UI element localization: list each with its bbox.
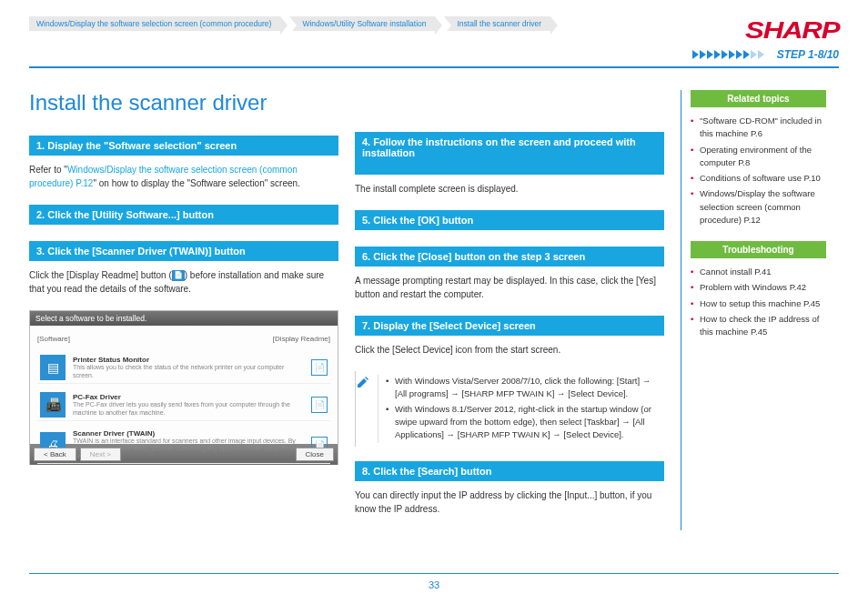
readme-icon: 📄	[172, 270, 185, 281]
step-3-header: 3. Click the [Scanner Driver (TWAIN)] bu…	[29, 241, 338, 261]
breadcrumb-item[interactable]: Install the scanner driver	[444, 16, 550, 31]
page-number: 33	[0, 579, 868, 590]
related-link[interactable]: Conditions of software use P.10	[691, 172, 826, 185]
related-topics-list: "Software CD-ROM" included in this machi…	[691, 115, 826, 226]
progress-indicator	[692, 50, 764, 59]
header-rule	[29, 66, 839, 68]
trouble-link[interactable]: Cannot install P.41	[691, 266, 826, 278]
ss-readme-label: [Display Readme]	[273, 335, 330, 343]
related-link[interactable]: Operating environment of the computer P.…	[691, 144, 826, 170]
breadcrumb-bar: Windows/Display the software selection s…	[29, 16, 560, 33]
fax-icon: 📠	[40, 392, 66, 418]
step-4-text: The install complete screen is displayed…	[355, 182, 664, 196]
step-1-text: Refer to "Windows/Display the software s…	[29, 163, 338, 190]
step-4-header: 4. Follow the instructions on the screen…	[355, 132, 664, 175]
step-8-text: You can directly input the IP address by…	[355, 488, 664, 516]
step-label: STEP 1-8/10	[777, 48, 839, 61]
troubleshooting-header: Troubleshooting	[691, 241, 826, 258]
step-1-header: 1. Display the "Software selection" scre…	[29, 136, 338, 156]
trouble-link[interactable]: How to check the IP address of this mach…	[691, 313, 826, 339]
footer-rule	[29, 573, 839, 574]
trouble-link[interactable]: How to setup this machine P.45	[691, 297, 826, 310]
printer-monitor-icon: ▤	[40, 355, 66, 380]
ss-next-button: Next >	[80, 448, 121, 461]
readme-icon[interactable]: 📄	[311, 397, 328, 413]
troubleshooting-list: Cannot install P.41 Problem with Windows…	[691, 266, 826, 338]
step-6-text: A message prompting restart may be displ…	[355, 274, 664, 301]
step-6-header: 6. Click the [Close] button on the step …	[355, 247, 664, 267]
sharp-logo: SHARP	[662, 16, 839, 45]
step-7-note: With Windows Vista/Server 2008/7/10, cli…	[355, 371, 664, 447]
related-link[interactable]: "Software CD-ROM" included in this machi…	[691, 115, 826, 141]
step-7-header: 7. Display the [Select Device] screen	[355, 316, 664, 336]
ss-titlebar: Select a software to be installed.	[30, 311, 338, 326]
ss-item-pcfax[interactable]: 📠 PC-Fax DriverThe PC-Fax driver lets yo…	[37, 389, 330, 421]
ss-item-printer-status[interactable]: ▤ Printer Status MonitorThis allows you …	[37, 352, 330, 384]
trouble-link[interactable]: Problem with Windows P.42	[691, 281, 826, 294]
breadcrumb-item[interactable]: Windows/Display the software selection s…	[29, 16, 280, 31]
page-title: Install the scanner driver	[29, 90, 338, 116]
pencil-icon	[356, 375, 370, 389]
ss-back-button[interactable]: < Back	[34, 448, 76, 461]
step-8-header: 8. Click the [Search] button	[355, 461, 664, 481]
ss-software-label: [Software]	[37, 335, 70, 343]
related-topics-header: Related topics	[691, 90, 826, 107]
breadcrumb-item[interactable]: Windows/Utility Software installation	[289, 16, 435, 31]
ss-close-button[interactable]: Close	[296, 448, 334, 461]
step-7-text: Click the [Select Device] icon from the …	[355, 343, 664, 357]
step-5-header: 5. Click the [OK] button	[355, 210, 664, 230]
readme-icon[interactable]: 📄	[311, 359, 328, 376]
software-selection-screenshot: Select a software to be installed. [Soft…	[29, 310, 338, 465]
step-2-header: 2. Click the [Utility Software...] butto…	[29, 205, 338, 225]
step-3-text: Click the [Display Readme] button (📄) be…	[29, 268, 338, 296]
related-link[interactable]: Windows/Display the software selection s…	[691, 187, 826, 226]
